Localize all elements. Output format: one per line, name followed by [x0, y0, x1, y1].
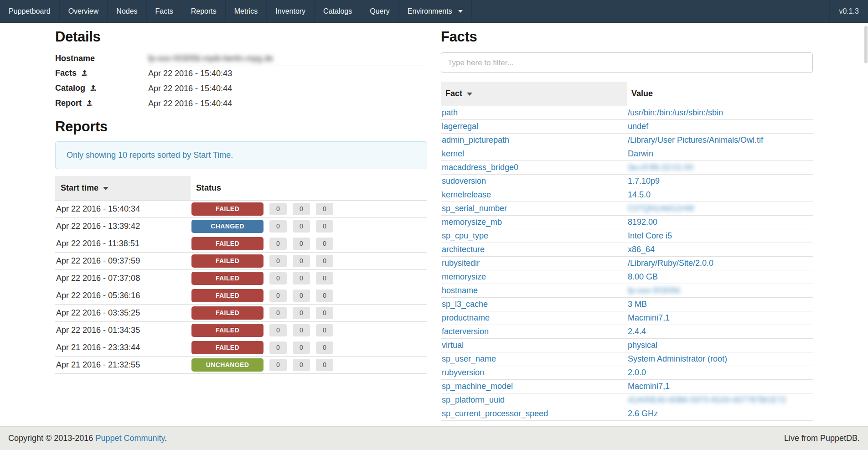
nav-item-overview[interactable]: Overview [60, 0, 108, 22]
fact-value-link[interactable]: fp-osx-003056 [628, 286, 680, 295]
fact-value-link[interactable]: 1.7.10p9 [628, 176, 660, 186]
fact-name-cell: virtual [441, 339, 627, 352]
count-chip: 0 [293, 359, 310, 371]
fact-name-cell: memorysize_mb [441, 216, 627, 229]
fact-row: memorysize_mb8192.00 [441, 216, 813, 229]
report-status-cell: FAILED000 [191, 287, 427, 304]
count-chip: 0 [316, 220, 333, 233]
fact-row: hostnamefp-osx-003056 [441, 284, 813, 298]
nav-item-metrics[interactable]: Metrics [226, 0, 267, 22]
fact-name-link[interactable]: rubysitedir [442, 259, 480, 268]
facts-filter-input[interactable] [441, 52, 813, 73]
fact-value-link[interactable]: 41A00E40-60B6-5970-8100-657787BCE72 [628, 395, 786, 404]
fact-value-cell: 2.0.0 [627, 366, 813, 380]
fact-name-link[interactable]: hostname [442, 286, 478, 295]
reports-sort-header-start-time[interactable]: Start time [55, 176, 191, 201]
fact-name-link[interactable]: lagerregal [442, 122, 478, 131]
report-row: Apr 21 2016 - 21:32:55UNCHANGED000 [55, 356, 427, 373]
fact-value-link[interactable]: /usr/bin:/bin:/usr/sbin:/sbin [628, 108, 723, 117]
fact-value-link[interactable]: Macmini7,1 [628, 382, 670, 391]
fact-value-link[interactable]: x86_64 [628, 245, 655, 254]
fact-value-link[interactable]: undef [628, 122, 648, 131]
nav-brand[interactable]: Puppetboard [0, 0, 60, 22]
fact-name-cell: rubyversion [441, 366, 627, 380]
count-chip: 0 [293, 290, 310, 302]
fact-header-label: Fact [445, 89, 462, 98]
report-row: Apr 22 2016 - 01:34:35FAILED000 [55, 321, 427, 339]
reports-table: Start time Status Apr 22 2016 - 15:40:34… [55, 176, 427, 374]
fact-name-link[interactable]: sp_user_name [442, 354, 496, 363]
fact-value-link[interactable]: Darwin [628, 149, 653, 158]
report-row: Apr 22 2016 - 05:36:16FAILED000 [55, 287, 427, 304]
fact-name-link[interactable]: macaddress_bridge0 [442, 163, 518, 172]
fact-name-link[interactable]: sp_serial_number [442, 204, 507, 213]
fact-value-link[interactable]: 14.5.0 [628, 190, 651, 199]
fact-name-link[interactable]: facterversion [442, 327, 489, 336]
report-start-time: Apr 21 2016 - 23:33:44 [55, 339, 191, 356]
fact-name-link[interactable]: rubyversion [442, 368, 484, 377]
fact-value-cell: /Library/User Pictures/Animals/Owl.tif [627, 134, 813, 147]
fact-row: sp_l3_cache3 MB [441, 298, 813, 311]
count-chip: 0 [269, 238, 287, 250]
fact-name-link[interactable]: admin_picturepath [442, 135, 509, 145]
fact-name-link[interactable]: sp_cpu_type [442, 231, 488, 240]
fact-value-link[interactable]: 2.4.4 [628, 327, 646, 336]
fact-name-link[interactable]: productname [442, 313, 490, 322]
fact-value-link[interactable]: Macmini7,1 [628, 313, 670, 322]
count-chip: 0 [293, 272, 310, 284]
count-chip: 0 [293, 307, 310, 319]
fact-value-link[interactable]: /Library/Ruby/Site/2.0.0 [628, 259, 713, 268]
upload-icon[interactable] [89, 84, 97, 94]
footer-copyright: Copyright © 2013-2016 Puppet Community. [8, 434, 167, 443]
fact-name-link[interactable]: sp_platform_uuid [442, 395, 505, 404]
fact-name-link[interactable]: sudoversion [442, 176, 486, 186]
report-status-cell: FAILED000 [191, 269, 427, 287]
fact-value-link[interactable]: Intel Core i5 [628, 231, 672, 240]
nav-item-environments[interactable]: Environments [399, 0, 472, 22]
fact-value-link[interactable]: 8192.00 [628, 217, 657, 227]
nav-item-inventory[interactable]: Inventory [267, 0, 315, 22]
report-row: Apr 22 2016 - 13:39:42CHANGED000 [55, 217, 427, 235]
upload-icon[interactable] [81, 69, 88, 79]
fact-row: sp_platform_uuid41A00E40-60B6-5970-8100-… [441, 393, 813, 407]
fact-name-link[interactable]: memorysize_mb [442, 217, 502, 227]
fact-value-link[interactable]: C07QN1A6G1HW [628, 204, 694, 213]
fact-name-link[interactable]: virtual [442, 341, 464, 350]
fact-name-link[interactable]: path [442, 108, 458, 117]
fact-name-link[interactable]: memorysize [442, 272, 486, 281]
fact-name-link[interactable]: sp_l3_cache [442, 300, 488, 309]
upload-icon[interactable] [86, 99, 93, 109]
puppet-community-link[interactable]: Puppet Community [95, 434, 165, 443]
fact-name-link[interactable]: sp_machine_model [442, 382, 513, 391]
fact-value-link[interactable]: 3a:c9:86:22:01:00 [628, 163, 693, 172]
scrollbar-thumb[interactable] [864, 26, 868, 63]
fact-value-cell: 2.4.4 [627, 325, 813, 339]
fact-value-link[interactable]: 3 MB [628, 300, 647, 309]
details-row: ReportApr 22 2016 - 15:40:44 [55, 96, 427, 111]
fact-value-link[interactable]: 2.6 GHz [628, 409, 658, 418]
report-start-time: Apr 22 2016 - 03:35:25 [55, 304, 191, 321]
fact-row: memorysize8.00 GB [441, 270, 813, 284]
fact-name-cell: macaddress_bridge0 [441, 161, 627, 175]
nav-items: OverviewNodesFactsReportsMetricsInventor… [60, 0, 399, 22]
fact-name-link[interactable]: kernel [442, 149, 464, 158]
fact-value-link[interactable]: 8.00 GB [628, 272, 658, 281]
fact-name-link[interactable]: sp_current_processor_speed [442, 409, 548, 418]
facts-sort-header-fact[interactable]: Fact [441, 82, 627, 106]
nav-item-catalogs[interactable]: Catalogs [315, 0, 361, 22]
fact-value-link[interactable]: System Administrator (root) [628, 354, 727, 363]
fact-value-link[interactable]: physical [628, 341, 657, 350]
details-value: Apr 22 2016 - 15:40:43 [148, 66, 427, 81]
nav-item-nodes[interactable]: Nodes [108, 0, 146, 22]
fact-value-link[interactable]: 2.0.0 [628, 368, 646, 377]
fact-value-link[interactable]: /Library/User Pictures/Animals/Owl.tif [628, 135, 763, 145]
page: Puppetboard OverviewNodesFactsReportsMet… [0, 0, 868, 450]
nav-item-facts[interactable]: Facts [147, 0, 182, 22]
fact-name-link[interactable]: kernelrelease [442, 190, 491, 199]
details-value: fp-osx-003056.mpib-berlin.mpg.de [148, 52, 427, 66]
fact-value-cell: 3 MB [627, 298, 813, 311]
nav-item-query[interactable]: Query [361, 0, 399, 22]
fact-name-link[interactable]: architecture [442, 245, 485, 254]
nav-item-reports[interactable]: Reports [182, 0, 226, 22]
fact-name-cell: hostname [441, 284, 627, 298]
